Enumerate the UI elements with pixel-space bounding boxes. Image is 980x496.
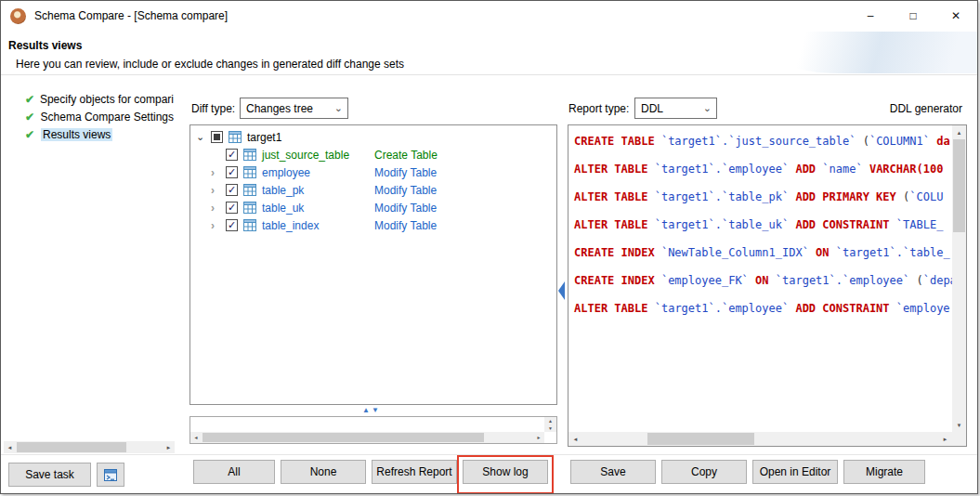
page-title: Results views xyxy=(8,39,82,52)
tree-row[interactable]: › ✓ employee Modify Table xyxy=(190,163,556,181)
tree-item-action: Modify Table xyxy=(374,219,437,232)
tree-root-row[interactable]: ⌄ target1 xyxy=(190,128,556,146)
expander-open-icon[interactable]: ⌄ xyxy=(196,132,211,142)
scrollbar-thumb[interactable] xyxy=(17,442,126,452)
scrollbar-thumb[interactable] xyxy=(203,433,484,442)
scrollbar-track[interactable] xyxy=(16,441,163,453)
scroll-down-icon[interactable]: ▼ xyxy=(544,424,556,432)
minimize-button[interactable]: – xyxy=(849,1,892,31)
check-icon: ✔ xyxy=(25,93,38,106)
show-log-button[interactable]: Show log xyxy=(463,460,548,484)
tree-row[interactable]: › ✓ just_source_table Create Table xyxy=(190,146,556,163)
diff-tree-children: › ✓ just_source_table Create Table xyxy=(190,146,556,234)
ddl-vertical-scrollbar[interactable]: ▲ ▼ xyxy=(952,125,966,432)
maximize-button[interactable]: □ xyxy=(892,1,934,31)
collapse-up-icon[interactable]: ▲ xyxy=(362,407,370,414)
checkbox-partial-mark xyxy=(214,134,220,140)
refresh-report-button[interactable]: Refresh Report xyxy=(372,460,457,484)
check-icon: ✔ xyxy=(25,128,41,141)
chevron-down-icon: ⌄ xyxy=(334,103,343,113)
checkbox-checked[interactable]: ✓ xyxy=(226,184,238,196)
wizard-step[interactable]: ✔ Schema Compare Settings xyxy=(25,108,176,125)
scrollbar-thumb[interactable] xyxy=(647,433,754,445)
scrollbar-thumb[interactable] xyxy=(953,139,965,232)
diff-type-select[interactable]: Changes tree ⌄ xyxy=(240,98,348,119)
sql-line: CREATE INDEX `NewTable_Column1_IDX` ON `… xyxy=(574,239,952,267)
scroll-down-icon[interactable]: ▼ xyxy=(952,418,966,432)
page-subtitle: Here you can review, include or exclude … xyxy=(16,58,404,71)
scroll-right-icon[interactable]: ► xyxy=(938,432,952,446)
copy-button[interactable]: Copy xyxy=(661,460,747,484)
step-label: Results views xyxy=(41,128,112,141)
tree-root-name: target1 xyxy=(247,131,281,144)
panel-sash-collapse-arrow[interactable] xyxy=(558,281,565,300)
sidebar-horizontal-scrollbar[interactable]: ◄ ► xyxy=(4,441,175,453)
scrollbar-track[interactable] xyxy=(582,432,938,446)
collapse-down-icon[interactable]: ▼ xyxy=(372,407,379,414)
scroll-left-icon[interactable]: ◄ xyxy=(568,432,582,446)
tree-row[interactable]: › ✓ table_uk Modify Table xyxy=(190,199,556,216)
ddl-report-box: CREATE TABLE `target1`.`just_source_tabl… xyxy=(568,124,967,447)
detail-horizontal-scrollbar[interactable]: ◄ ► xyxy=(190,432,544,443)
step-label: Schema Compare Settings xyxy=(39,111,176,124)
sql-line: ALTER TABLE `target1`.`table_pk` ADD PRI… xyxy=(574,183,952,211)
close-button[interactable]: ✕ xyxy=(934,1,977,31)
diff-type-value: Changes tree xyxy=(246,102,313,115)
scroll-left-icon[interactable]: ◄ xyxy=(4,441,16,453)
scroll-left-icon[interactable]: ◄ xyxy=(190,432,202,443)
ddl-code[interactable]: CREATE TABLE `target1`.`just_source_tabl… xyxy=(568,125,952,432)
tree-item-action: Modify Table xyxy=(374,184,437,197)
app-icon xyxy=(10,8,26,24)
checkbox-checked[interactable]: ✓ xyxy=(226,219,238,231)
tree-item-name: just_source_table xyxy=(262,149,349,162)
save-command-line-button[interactable] xyxy=(97,463,124,487)
scroll-right-icon[interactable]: ► xyxy=(533,432,544,443)
wizard-steps: ✔ Specify objects for compari ✔ Schema C… xyxy=(25,90,176,143)
checkbox-checked[interactable]: ✓ xyxy=(226,149,238,161)
banner-decoration xyxy=(754,32,977,73)
all-button[interactable]: All xyxy=(193,460,275,484)
expand-chevron-icon[interactable]: › xyxy=(211,167,226,178)
command-line-icon xyxy=(103,468,118,482)
expand-chevron-icon[interactable]: › xyxy=(211,202,226,214)
ddl-horizontal-scrollbar[interactable]: ◄ ► xyxy=(568,432,952,446)
open-in-editor-button[interactable]: Open in Editor xyxy=(752,460,838,484)
tree-row[interactable]: › ✓ table_pk Modify Table xyxy=(190,181,556,199)
diff-detail-pane[interactable]: ▲ ▼ ◄ ► xyxy=(189,416,557,444)
header-divider xyxy=(1,74,977,75)
checkbox-checked[interactable]: ✓ xyxy=(226,166,238,178)
none-button[interactable]: None xyxy=(281,460,366,484)
scrollbar-corner xyxy=(952,432,966,446)
wizard-step[interactable]: ✔ Results views xyxy=(25,125,176,143)
step-label: Specify objects for compari xyxy=(38,93,176,106)
checkbox-checked[interactable]: ✓ xyxy=(226,202,238,214)
diff-changes-tree[interactable]: ⌄ target1 › ✓ xyxy=(189,124,557,405)
scrollbar-track[interactable] xyxy=(952,139,966,418)
migrate-button[interactable]: Migrate xyxy=(843,460,925,484)
checkbox-partial[interactable] xyxy=(211,131,223,143)
save-task-button[interactable]: Save task xyxy=(8,463,91,487)
tree-item-action: Modify Table xyxy=(374,166,437,179)
table-icon xyxy=(243,166,256,178)
tree-collapse-arrows[interactable]: ▲ ▼ xyxy=(362,407,379,414)
scrollbar-track[interactable] xyxy=(202,432,533,443)
tree-item-name: employee xyxy=(262,166,310,179)
scroll-up-icon[interactable]: ▲ xyxy=(952,125,966,139)
window-controls: – □ ✕ xyxy=(849,1,977,31)
expand-chevron-icon[interactable]: › xyxy=(211,220,226,231)
expand-chevron-icon[interactable]: › xyxy=(211,185,226,196)
scroll-up-icon[interactable]: ▲ xyxy=(544,417,556,424)
tree-item-name: table_index xyxy=(262,219,319,232)
table-icon xyxy=(243,202,256,214)
table-icon xyxy=(243,149,256,161)
tree-row[interactable]: › ✓ table_index Modify Table xyxy=(190,216,556,234)
report-type-select[interactable]: DDL ⌄ xyxy=(634,98,717,119)
detail-vertical-scrollbar[interactable]: ▲ ▼ xyxy=(544,417,556,432)
sql-line: ALTER TABLE `target1`.`table_uk` ADD CON… xyxy=(574,211,952,239)
sql-line: ALTER TABLE `target1`.`employee` ADD CON… xyxy=(574,294,952,322)
diff-type-label: Diff type: xyxy=(191,102,235,115)
save-button[interactable]: Save xyxy=(570,460,656,484)
scroll-right-icon[interactable]: ► xyxy=(163,441,175,453)
wizard-step[interactable]: ✔ Specify objects for compari xyxy=(25,90,176,108)
report-type-value: DDL xyxy=(641,102,663,115)
